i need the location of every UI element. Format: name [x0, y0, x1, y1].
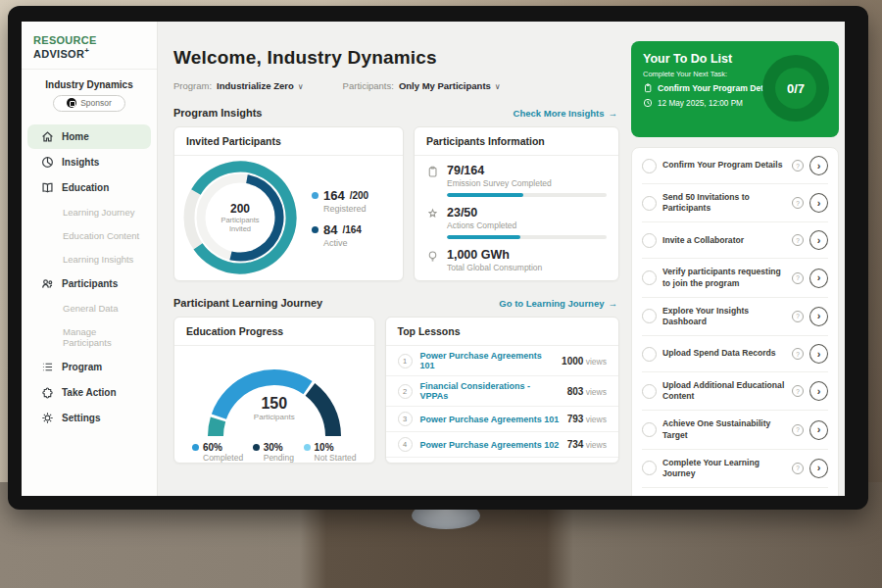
- top-lessons-card: Top Lessons 1 Power Purchase Agreements …: [385, 317, 619, 464]
- task-chevron-button[interactable]: ›: [809, 156, 828, 175]
- check-more-insights-link[interactable]: Check More Insights→: [514, 108, 617, 119]
- sidebar-item-home[interactable]: Home: [27, 124, 151, 149]
- stat-value: 23/50: [447, 206, 607, 220]
- task-chevron-button[interactable]: ›: [809, 230, 828, 250]
- legend-dot: [304, 444, 311, 451]
- task-chevron-button[interactable]: ›: [809, 420, 828, 440]
- education-gauge-chart: 150 Participants: [191, 352, 358, 438]
- task-chevron-button[interactable]: ›: [809, 269, 828, 288]
- todo-tasks-list: Confirm Your Program Details ? › Send 50…: [642, 148, 828, 488]
- chevron-right-icon: ›: [817, 423, 821, 435]
- todo-tasks-card: Confirm Your Program Details ? › Send 50…: [631, 147, 839, 496]
- sidebar-item-label: General Data: [63, 303, 119, 314]
- lesson-link[interactable]: Power Purchase Agreements 101: [420, 415, 560, 424]
- clock-icon: [643, 98, 653, 108]
- sidebar-item-program[interactable]: Program: [27, 355, 151, 379]
- sidebar-item-label: Participants: [62, 278, 118, 289]
- lessons-list: 1 Power Purchase Agreements 101 1000 vie…: [386, 346, 618, 464]
- gauge-center-value: 150: [191, 395, 358, 413]
- collapse-tasks-link[interactable]: Collapse Tasks ∧: [642, 488, 828, 496]
- participants-information-card: Participants Information 79/164 Emission…: [414, 126, 619, 281]
- chevron-down-icon: ∨: [298, 82, 304, 91]
- task-checkbox[interactable]: [642, 422, 657, 437]
- task-checkbox[interactable]: [642, 159, 657, 173]
- info-icon: ?: [792, 424, 804, 436]
- task-chevron-button[interactable]: ›: [809, 381, 828, 401]
- lesson-link[interactable]: Power Purchase Agreements 101: [420, 351, 555, 370]
- sidebar-item-label: Take Action: [62, 387, 117, 398]
- task-checkbox[interactable]: [642, 384, 657, 399]
- gauge-legend-item: 60% Completed: [192, 442, 243, 463]
- education-progress-card: Education Progress 150 Participants 60% …: [173, 317, 375, 464]
- lesson-row: 5 Power Purchase Agreements 103 600 view…: [386, 458, 618, 464]
- stat-value: 79/164: [447, 164, 607, 177]
- todo-task-row: Upload Additional Educational Content ? …: [642, 372, 828, 411]
- task-chevron-button[interactable]: ›: [809, 193, 828, 213]
- sidebar-item-label: Insights: [62, 157, 99, 168]
- lesson-row: 4 Power Purchase Agreements 102 734 view…: [386, 432, 618, 458]
- task-label: Upload Additional Educational Content: [662, 380, 786, 402]
- stat-row: 23/50 Actions Completed: [426, 206, 607, 239]
- monitor-bezel: RESOURCE ADVISOR+ Industry Dynamics Spon…: [8, 6, 868, 510]
- stat-label: Emission Survey Completed: [447, 178, 607, 188]
- arrow-right-icon: →: [609, 298, 618, 309]
- participants-filter[interactable]: Participants:Only My Participants∨: [343, 80, 501, 91]
- task-checkbox[interactable]: [642, 309, 657, 323]
- main-content: Welcome, Industry Dynamics Program:Indus…: [158, 22, 629, 496]
- legend-dot: [192, 444, 199, 451]
- todo-task-row: Confirm Your Program Details ? ›: [642, 148, 828, 184]
- todo-task-row: Invite a Collaborator ? ›: [642, 222, 828, 259]
- lesson-row: 2 Financial Considerations - VPPAs 803 v…: [386, 376, 618, 407]
- take-action-icon: [41, 386, 54, 399]
- sidebar-item-learning-journey[interactable]: Learning Journey: [27, 201, 151, 223]
- info-card-title: Participants Information: [415, 127, 618, 156]
- gauge-legend-item: 30% Pending: [253, 442, 294, 463]
- stat-label: Total Global Consumption: [447, 263, 607, 272]
- task-label: Complete Your Learning Journey: [662, 458, 786, 479]
- task-label: Upload Spend Data Records: [662, 348, 786, 359]
- donut-center-value: 200: [230, 202, 250, 216]
- task-checkbox[interactable]: [642, 270, 657, 285]
- chevron-right-icon: ›: [817, 160, 821, 172]
- sidebar-item-participants[interactable]: Participants: [27, 271, 151, 296]
- sidebar-nav: Home Insights Education Learning Journey…: [22, 122, 157, 439]
- sidebar-item-education[interactable]: Education: [27, 175, 151, 200]
- go-to-learning-journey-link[interactable]: Go to Learning Journey→: [499, 298, 617, 309]
- task-chevron-button[interactable]: ›: [809, 307, 828, 326]
- sidebar-item-insights[interactable]: Insights: [27, 150, 151, 174]
- stat-value: 1,000 GWh: [447, 248, 607, 262]
- sidebar-item-take-action[interactable]: Take Action: [27, 380, 151, 405]
- todo-task-row: Verify participants requesting to join t…: [642, 259, 828, 297]
- dashboard-screen: RESOURCE ADVISOR+ Industry Dynamics Spon…: [22, 22, 845, 496]
- lesson-link[interactable]: Power Purchase Agreements 102: [420, 440, 560, 450]
- sidebar-item-education-content[interactable]: Education Content: [27, 224, 151, 247]
- lesson-row: 3 Power Purchase Agreements 101 793 view…: [386, 407, 618, 432]
- settings-icon: [41, 412, 54, 424]
- program-filter[interactable]: Program:Industrialize Zero∨: [173, 80, 304, 91]
- sidebar-item-settings[interactable]: Settings: [27, 406, 151, 430]
- info-icon: ?: [792, 272, 804, 284]
- education-card-title: Education Progress: [174, 318, 374, 346]
- task-label: Send 50 Invitations to Participants: [662, 192, 786, 214]
- program-insights-title: Program Insights: [173, 107, 262, 119]
- task-checkbox[interactable]: [642, 196, 657, 211]
- task-chevron-button[interactable]: ›: [809, 344, 828, 364]
- task-checkbox[interactable]: [642, 347, 657, 362]
- sponsor-icon: [67, 98, 76, 108]
- todo-summary-card: Your To Do List Complete Your Next Task:…: [631, 41, 839, 137]
- lesson-link[interactable]: Financial Considerations - VPPAs: [420, 381, 560, 401]
- sidebar-item-manage-participants[interactable]: Manage Participants: [27, 320, 151, 354]
- task-label: Achieve One Sustainability Target: [662, 418, 786, 440]
- task-checkbox[interactable]: [642, 233, 657, 248]
- sidebar-item-label: Home: [62, 131, 89, 142]
- lesson-views: 793 views: [567, 414, 607, 424]
- sponsor-badge: Sponsor: [53, 95, 125, 112]
- stat-progress-bar: [447, 193, 607, 197]
- task-chevron-button[interactable]: ›: [809, 459, 828, 478]
- task-checkbox[interactable]: [642, 461, 657, 475]
- sidebar-item-general-data[interactable]: General Data: [27, 297, 151, 319]
- lesson-row: 1 Power Purchase Agreements 101 1000 vie…: [386, 346, 618, 376]
- chevron-right-icon: ›: [817, 385, 821, 397]
- sidebar-item-learning-insights[interactable]: Learning Insights: [27, 248, 151, 270]
- invited-card-title: Invited Participants: [174, 127, 403, 156]
